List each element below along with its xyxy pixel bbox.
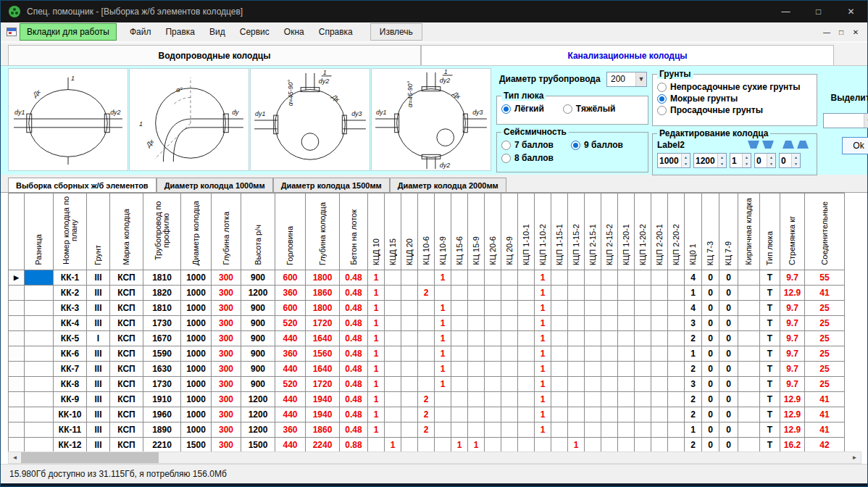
grid-cell[interactable]: 9.7 bbox=[780, 362, 805, 377]
grid-cell[interactable]: 0 bbox=[719, 438, 738, 452]
scroll-right-icon[interactable]: ► bbox=[848, 452, 861, 463]
row-header[interactable] bbox=[9, 392, 25, 407]
column-header-21[interactable]: КЦП 1-10-2 bbox=[535, 193, 551, 270]
grid-cell[interactable]: 0.48 bbox=[340, 301, 368, 316]
grid-cell[interactable] bbox=[468, 392, 485, 407]
grid-cell[interactable]: 300 bbox=[212, 377, 241, 392]
grid-cell[interactable] bbox=[501, 392, 518, 407]
grid-cell[interactable]: 300 bbox=[212, 286, 241, 301]
grid-cell[interactable]: 600 bbox=[275, 301, 306, 316]
grid-cell[interactable] bbox=[585, 392, 601, 407]
grid-cell[interactable]: Т bbox=[760, 377, 780, 392]
grid-cell[interactable]: КК-2 bbox=[54, 286, 87, 301]
grid-cell[interactable] bbox=[651, 423, 668, 438]
grid-cell[interactable] bbox=[601, 392, 618, 407]
grid-cell[interactable]: 360 bbox=[275, 286, 306, 301]
grid-cell[interactable] bbox=[401, 407, 418, 423]
grid-cell[interactable] bbox=[635, 423, 651, 438]
grid-cell[interactable]: 9.7 bbox=[780, 316, 805, 331]
grid-cell[interactable] bbox=[551, 377, 568, 392]
grid-cell[interactable]: КК-9 bbox=[54, 392, 87, 407]
grid-cell[interactable]: 1 bbox=[451, 438, 468, 452]
grid-cell[interactable] bbox=[635, 392, 651, 407]
grid-cell[interactable] bbox=[468, 270, 485, 286]
grid-cell[interactable] bbox=[738, 301, 760, 316]
grid-cell[interactable] bbox=[551, 423, 568, 438]
well-diagram-cross[interactable]: 1 dу2 dу1 dу3 dу2 α=45-90° Дк bbox=[371, 68, 491, 171]
grid-cell[interactable]: 25 bbox=[805, 377, 845, 392]
column-header-5[interactable]: Диаметр колодца bbox=[181, 193, 212, 270]
grid-cell[interactable] bbox=[668, 331, 685, 346]
grid-cell[interactable] bbox=[501, 316, 518, 331]
grid-cell[interactable] bbox=[601, 423, 618, 438]
grid-cell[interactable] bbox=[468, 346, 485, 362]
grid-cell[interactable]: Т bbox=[760, 286, 780, 301]
grid-cell[interactable] bbox=[418, 346, 435, 362]
grid-cell[interactable]: 300 bbox=[212, 316, 241, 331]
grid-cell[interactable]: КСП bbox=[110, 392, 143, 407]
grid-cell[interactable]: 440 bbox=[275, 362, 306, 377]
grid-cell[interactable]: 1 bbox=[535, 346, 551, 362]
grid-cell[interactable]: КК-5 bbox=[54, 331, 87, 346]
stepper-0[interactable]: 1000▲▼ bbox=[657, 153, 690, 168]
column-header-0[interactable]: Разница bbox=[25, 193, 54, 270]
grid-cell[interactable] bbox=[651, 377, 668, 392]
grid-cell[interactable]: 0 bbox=[702, 346, 719, 362]
grid-cell[interactable]: 0 bbox=[702, 392, 719, 407]
well-diagram-bend[interactable]: α° dу Дк 1 bbox=[129, 68, 249, 171]
grid-cell[interactable]: 300 bbox=[212, 407, 241, 423]
grid-cell[interactable]: КСП bbox=[110, 407, 143, 423]
column-header-31[interactable]: КЦ 7-3 bbox=[702, 193, 719, 270]
grid-cell[interactable]: 1800 bbox=[306, 301, 340, 316]
grid-cell[interactable]: 25 bbox=[805, 362, 845, 377]
grid-cell[interactable] bbox=[668, 423, 685, 438]
grid-cell[interactable] bbox=[485, 407, 501, 423]
grid-cell[interactable]: 1 bbox=[435, 331, 451, 346]
grid-cell[interactable] bbox=[25, 407, 54, 423]
grid-cell[interactable]: 41 bbox=[805, 392, 845, 407]
grid-cell[interactable] bbox=[401, 316, 418, 331]
grid-cell[interactable]: 1 bbox=[435, 362, 451, 377]
grid-cell[interactable] bbox=[25, 286, 54, 301]
grid-cell[interactable]: 1 bbox=[368, 286, 385, 301]
grid-cell[interactable]: 25 bbox=[805, 331, 845, 346]
grid-cell[interactable]: 0 bbox=[719, 423, 738, 438]
grid-cell[interactable]: 0.48 bbox=[340, 392, 368, 407]
grid-cell[interactable]: 900 bbox=[241, 301, 275, 316]
grid-cell[interactable]: 900 bbox=[241, 362, 275, 377]
grid-cell[interactable] bbox=[385, 407, 401, 423]
grid-cell[interactable] bbox=[618, 331, 635, 346]
grid-cell[interactable] bbox=[435, 392, 451, 407]
grid-cell[interactable]: 1940 bbox=[306, 407, 340, 423]
grid-cell[interactable]: 600 bbox=[275, 270, 306, 286]
grid-cell[interactable]: 1 bbox=[368, 331, 385, 346]
column-header-15[interactable]: КЦ 10-9 bbox=[435, 193, 451, 270]
child-minimize-button[interactable]: — bbox=[819, 25, 834, 38]
scrollbar-thumb[interactable] bbox=[21, 452, 159, 463]
grid-cell[interactable] bbox=[551, 316, 568, 331]
child-restore-button[interactable]: □ bbox=[834, 25, 848, 38]
grid-cell[interactable] bbox=[568, 362, 585, 377]
grid-cell[interactable] bbox=[738, 423, 760, 438]
grid-cell[interactable]: 2 bbox=[685, 438, 702, 452]
column-header-32[interactable]: КЦ 7-9 bbox=[719, 193, 738, 270]
grid-cell[interactable]: Т bbox=[760, 346, 780, 362]
grid-cell[interactable] bbox=[601, 331, 618, 346]
horizontal-scrollbar[interactable]: ◄ ► bbox=[8, 451, 861, 464]
grid-cell[interactable] bbox=[485, 286, 501, 301]
grid-cell[interactable] bbox=[485, 331, 501, 346]
grid-cell[interactable]: 1500 bbox=[181, 438, 212, 452]
grid-cell[interactable]: 1810 bbox=[143, 270, 181, 286]
grid-cell[interactable]: 520 bbox=[275, 316, 306, 331]
grid-cell[interactable] bbox=[618, 270, 635, 286]
grid-cell[interactable]: 1630 bbox=[143, 362, 181, 377]
grid-cell[interactable] bbox=[568, 423, 585, 438]
well-diagram-tee[interactable]: 1 dу2 dу1 dу3 α=45-90° Дк bbox=[250, 68, 370, 171]
grid-cell[interactable]: Т bbox=[760, 362, 780, 377]
grid-cell[interactable] bbox=[585, 423, 601, 438]
grid-cell[interactable] bbox=[651, 438, 668, 452]
grid-cell[interactable]: 900 bbox=[241, 331, 275, 346]
close-button[interactable]: ✕ bbox=[835, 1, 867, 22]
grid-cell[interactable] bbox=[738, 346, 760, 362]
grid-cell[interactable]: 0.48 bbox=[340, 407, 368, 423]
